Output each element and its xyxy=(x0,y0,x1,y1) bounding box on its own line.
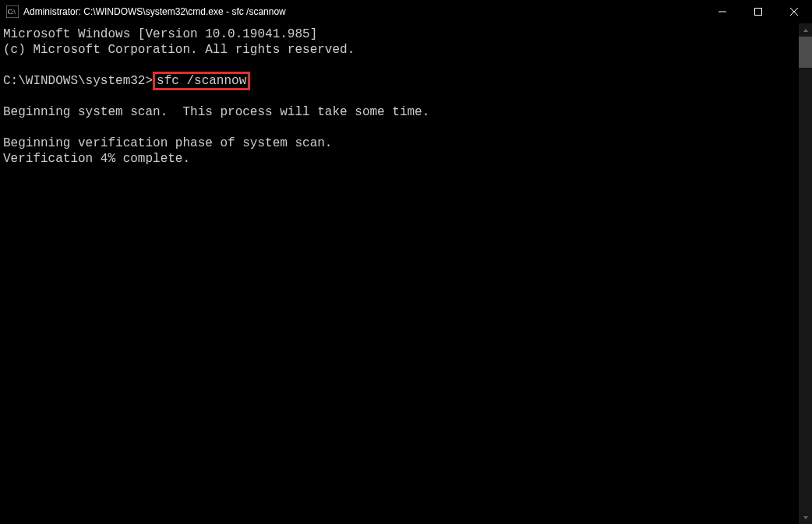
window-controls xyxy=(704,0,812,23)
highlighted-command: sfc /scannow xyxy=(153,72,250,90)
scrollbar-track[interactable] xyxy=(799,37,812,511)
output-line: (c) Microsoft Corporation. All rights re… xyxy=(3,42,796,58)
output-line: Beginning system scan. This process will… xyxy=(3,104,796,120)
output-line: Microsoft Windows [Version 10.0.19041.98… xyxy=(3,26,796,42)
cmd-icon: C:\ xyxy=(6,5,19,18)
scrollbar-thumb[interactable] xyxy=(799,37,812,68)
vertical-scrollbar[interactable] xyxy=(799,23,812,524)
output-line: Verification 4% complete. xyxy=(3,151,796,167)
window-title: Administrator: C:\WINDOWS\system32\cmd.e… xyxy=(23,6,704,17)
scroll-up-button[interactable] xyxy=(799,23,812,37)
output-line: Beginning verification phase of system s… xyxy=(3,135,796,151)
svg-text:C:\: C:\ xyxy=(8,9,16,16)
minimize-button[interactable] xyxy=(704,0,740,23)
terminal-area: Microsoft Windows [Version 10.0.19041.98… xyxy=(0,23,812,524)
svg-marker-7 xyxy=(803,516,808,519)
output-blank xyxy=(3,120,796,135)
svg-marker-6 xyxy=(803,29,808,32)
svg-rect-3 xyxy=(755,9,762,16)
prompt-text: C:\WINDOWS\system32> xyxy=(3,74,153,88)
scroll-down-button[interactable] xyxy=(799,511,812,524)
maximize-button[interactable] xyxy=(740,0,776,23)
close-button[interactable] xyxy=(776,0,812,23)
prompt-line: C:\WINDOWS\system32>sfc /scannow xyxy=(3,73,796,89)
output-blank xyxy=(3,89,796,104)
titlebar[interactable]: C:\ Administrator: C:\WINDOWS\system32\c… xyxy=(0,0,812,23)
output-blank xyxy=(3,58,796,73)
cmd-window: C:\ Administrator: C:\WINDOWS\system32\c… xyxy=(0,0,812,524)
terminal-output[interactable]: Microsoft Windows [Version 10.0.19041.98… xyxy=(0,23,799,524)
